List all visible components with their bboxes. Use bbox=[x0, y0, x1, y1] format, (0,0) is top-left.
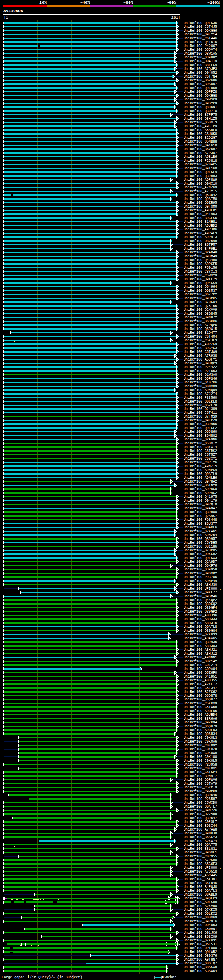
svg-text:UniRef100_Q39800: UniRef100_Q39800 bbox=[184, 510, 217, 514]
svg-text:UniRef100_B2D2G7: UniRef100_B2D2G7 bbox=[184, 136, 217, 140]
svg-text:UniRef100_C0PA04: UniRef100_C0PA04 bbox=[184, 667, 217, 671]
svg-text:UniRef100_C5XJF3: UniRef100_C5XJF3 bbox=[184, 339, 217, 342]
svg-text:UniRef100_B9HM49: UniRef100_B9HM49 bbox=[184, 255, 217, 258]
svg-text:UniRef100_Q70AP5: UniRef100_Q70AP5 bbox=[184, 163, 217, 167]
svg-text:UniRef100_O80376: UniRef100_O80376 bbox=[184, 954, 217, 958]
svg-text:UniRef100_Q8H1Z5: UniRef100_Q8H1Z5 bbox=[184, 117, 217, 121]
svg-text:UniRef100_B6U3T7: UniRef100_B6U3T7 bbox=[184, 522, 217, 526]
svg-text:UniRef100_Q9LKX2: UniRef100_Q9LKX2 bbox=[184, 912, 217, 916]
svg-text:UniRef100_Q6QU79: UniRef100_Q6QU79 bbox=[184, 724, 217, 728]
svg-text:UniRef100_B6V687: UniRef100_B6V687 bbox=[184, 147, 217, 151]
svg-text:UniRef100_B9T160: UniRef100_B9T160 bbox=[184, 167, 217, 170]
svg-text:UniRef100_Q9SM37: UniRef100_Q9SM37 bbox=[184, 289, 217, 293]
svg-text:UniRef100_A8HJ15: UniRef100_A8HJ15 bbox=[184, 621, 217, 625]
svg-text:UniRef100_A2XW74: UniRef100_A2XW74 bbox=[184, 839, 217, 843]
svg-text:UniRef100_O04052: UniRef100_O04052 bbox=[184, 71, 217, 75]
svg-text:UniRef100_C5Z347: UniRef100_C5Z347 bbox=[184, 686, 217, 690]
svg-text:UniRef100_A9UED4: UniRef100_A9UED4 bbox=[184, 713, 217, 717]
svg-text:UniRef100_Q30GP4: UniRef100_Q30GP4 bbox=[184, 606, 217, 610]
svg-text:UniRef100_B6V686: UniRef100_B6V686 bbox=[184, 79, 217, 83]
svg-text:UniRef100_Q5DVT3: UniRef100_Q5DVT3 bbox=[184, 121, 217, 124]
svg-text:UniRef100_B7FMS9: UniRef100_B7FMS9 bbox=[184, 415, 217, 418]
svg-text:UniRef100_A9NNN1: UniRef100_A9NNN1 bbox=[184, 655, 217, 659]
svg-text:UniRef100_Q677C2: UniRef100_Q677C2 bbox=[184, 293, 217, 296]
svg-text:UniRef100_C0K0A6: UniRef100_C0K0A6 bbox=[184, 740, 217, 744]
svg-text:UniRef100_Q41610: UniRef100_Q41610 bbox=[184, 143, 217, 147]
svg-text:UniRef100_Q8GU45: UniRef100_Q8GU45 bbox=[184, 312, 217, 316]
svg-text:UniRef100_Q2A9S7: UniRef100_Q2A9S7 bbox=[184, 514, 217, 518]
svg-text:UniRef100_Q6QU78: UniRef100_Q6QU78 bbox=[184, 694, 217, 698]
svg-text:UniRef100_A5C445: UniRef100_A5C445 bbox=[184, 873, 217, 877]
svg-text:UniRef100_Q30GQ2: UniRef100_Q30GQ2 bbox=[184, 602, 217, 606]
svg-text:UniRef100_C0K0V1: UniRef100_C0K0V1 bbox=[184, 767, 217, 770]
svg-text:UniRef100_B9N9I7: UniRef100_B9N9I7 bbox=[184, 774, 217, 778]
svg-text:UniRef100_A9UED3: UniRef100_A9UED3 bbox=[184, 728, 217, 732]
svg-text:UniRef100_B9GXD2: UniRef100_B9GXD2 bbox=[184, 571, 217, 575]
svg-text:UniRef100_P93706: UniRef100_P93706 bbox=[184, 575, 217, 579]
svg-text:UniRef100_A3AW65: UniRef100_A3AW65 bbox=[184, 636, 217, 640]
svg-text:UniRef100_Q107R6: UniRef100_Q107R6 bbox=[184, 381, 217, 385]
svg-text:UniRef100_B9SI44: UniRef100_B9SI44 bbox=[184, 824, 217, 828]
svg-text:UniRef100_C0K0Z8: UniRef100_C0K0Z8 bbox=[184, 748, 217, 751]
svg-text:UniRef100_B9RQI0: UniRef100_B9RQI0 bbox=[184, 503, 217, 506]
svg-text:UniRef100_Q7XU31: UniRef100_Q7XU31 bbox=[184, 939, 217, 942]
svg-text:UniRef100_O04119: UniRef100_O04119 bbox=[184, 59, 217, 63]
svg-text:UniRef100_C0K0L5: UniRef100_C0K0L5 bbox=[184, 759, 217, 763]
svg-text:UniRef100_A9CTP9: UniRef100_A9CTP9 bbox=[184, 124, 217, 128]
svg-text:UniRef100_Q949A7: UniRef100_Q949A7 bbox=[184, 506, 217, 510]
svg-text:UniRef100_B8LQ31: UniRef100_B8LQ31 bbox=[184, 847, 217, 851]
svg-text:UniRef100_C6SXY1: UniRef100_C6SXY1 bbox=[184, 457, 217, 461]
svg-text:UniRef100_O64964: UniRef100_O64964 bbox=[184, 285, 217, 289]
svg-text:UniRef100_C6T446: UniRef100_C6T446 bbox=[184, 37, 217, 40]
svg-text:UniRef100_Q41616: UniRef100_Q41616 bbox=[184, 40, 217, 44]
svg-text:UniRef100_C6TBS2: UniRef100_C6TBS2 bbox=[184, 449, 217, 453]
svg-text:UniRef100_A9NP49: UniRef100_A9NP49 bbox=[184, 579, 217, 583]
svg-text:UniRef100_Q0MX10: UniRef100_Q0MX10 bbox=[184, 182, 217, 186]
svg-text:UniRef100_B4FQJ8: UniRef100_B4FQJ8 bbox=[184, 885, 217, 889]
svg-text:UniRef100_C6T5Z7: UniRef100_C6T5Z7 bbox=[184, 453, 217, 457]
svg-text:UniRef100_P23958: UniRef100_P23958 bbox=[184, 763, 217, 767]
svg-text:UniRef100_B9MUQ2: UniRef100_B9MUQ2 bbox=[184, 434, 217, 438]
svg-text:UniRef100_C6T7N4: UniRef100_C6T7N4 bbox=[184, 75, 217, 79]
svg-text:UniRef100_B8R6A6: UniRef100_B8R6A6 bbox=[184, 717, 217, 721]
svg-text:UniRef100_Q75T55: UniRef100_Q75T55 bbox=[184, 304, 217, 308]
svg-text:UniRef100_B9N872: UniRef100_B9N872 bbox=[184, 316, 217, 320]
svg-text:UniRef100_C6T411: UniRef100_C6T411 bbox=[184, 411, 217, 415]
svg-text:UniRef100_A2YCI2: UniRef100_A2YCI2 bbox=[184, 682, 217, 686]
svg-text:UniRef100_C8YXI3: UniRef100_C8YXI3 bbox=[184, 270, 217, 274]
svg-text:UniRef100_A9PJD6: UniRef100_A9PJD6 bbox=[184, 228, 217, 232]
svg-text:UniRef100_A7NZ69: UniRef100_A7NZ69 bbox=[184, 186, 217, 189]
svg-text:UniRef100_O24048: UniRef100_O24048 bbox=[184, 251, 217, 255]
svg-text:UniRef100_Q9LKJ6: UniRef100_Q9LKJ6 bbox=[184, 21, 217, 25]
svg-text:-: - bbox=[53, 975, 55, 979]
svg-text:UniRef100_Q9ATL7: UniRef100_Q9ATL7 bbox=[184, 805, 217, 808]
svg-text:UniRef100_A8HJ55: UniRef100_A8HJ55 bbox=[184, 679, 217, 682]
svg-text:UniRef100_C0Z2I4: UniRef100_C0Z2I4 bbox=[184, 663, 217, 667]
svg-text:UniRef100_B9QEP3: UniRef100_B9QEP3 bbox=[184, 897, 217, 900]
svg-text:UniRef100_P33560: UniRef100_P33560 bbox=[184, 396, 217, 400]
svg-text:UniRef100_B9P8A2: UniRef100_B9P8A2 bbox=[184, 480, 217, 484]
svg-text:UniRef100_C3U0K8: UniRef100_C3U0K8 bbox=[184, 132, 217, 136]
svg-text:UniRef100_Q39958: UniRef100_Q39958 bbox=[184, 568, 217, 571]
svg-text:UniRef100_Q53U42: UniRef100_Q53U42 bbox=[184, 193, 217, 197]
svg-text:UniRef100_B9SCK5: UniRef100_B9SCK5 bbox=[184, 296, 217, 301]
svg-text:UniRef100_A9NLE6: UniRef100_A9NLE6 bbox=[184, 476, 217, 480]
svg-text:UniRef100_C6TAT9: UniRef100_C6TAT9 bbox=[184, 782, 217, 786]
svg-text:UniRef100_B1NHU1: UniRef100_B1NHU1 bbox=[184, 220, 217, 224]
svg-text:UniRef100_Q39883: UniRef100_Q39883 bbox=[184, 174, 217, 178]
svg-text:UniRef100_Q41975: UniRef100_Q41975 bbox=[184, 495, 217, 499]
svg-text:UniRef100_A8HJ21: UniRef100_A8HJ21 bbox=[184, 648, 217, 652]
svg-text:UniRef100_C6T404: UniRef100_C6T404 bbox=[184, 335, 217, 339]
svg-text:UniRef100_A8HJ33: UniRef100_A8HJ33 bbox=[184, 617, 217, 621]
svg-text:UniRef100_Q39646: UniRef100_Q39646 bbox=[184, 793, 217, 797]
svg-text:UniRef100_O04053: UniRef100_O04053 bbox=[184, 923, 217, 927]
svg-text:UniRef100_P93448: UniRef100_P93448 bbox=[184, 518, 217, 522]
svg-text:UniRef100_A9P9G2: UniRef100_A9P9G2 bbox=[184, 491, 217, 495]
svg-text:UniRef100_Q01JC6: UniRef100_Q01JC6 bbox=[184, 931, 217, 935]
svg-text:UniRef100_Q9FPZ9: UniRef100_Q9FPZ9 bbox=[184, 418, 217, 422]
svg-text:UniRef100_B9S0D7: UniRef100_B9S0D7 bbox=[184, 83, 217, 86]
svg-text:UniRef100_Q39956: UniRef100_Q39956 bbox=[184, 422, 217, 426]
svg-text:UniRef100_C0K0L3: UniRef100_C0K0L3 bbox=[184, 736, 217, 740]
svg-text:UniRef100_A5B1B6: UniRef100_A5B1B6 bbox=[184, 155, 217, 159]
svg-text:UniRef100_Q9ZR95: UniRef100_Q9ZR95 bbox=[184, 201, 217, 205]
